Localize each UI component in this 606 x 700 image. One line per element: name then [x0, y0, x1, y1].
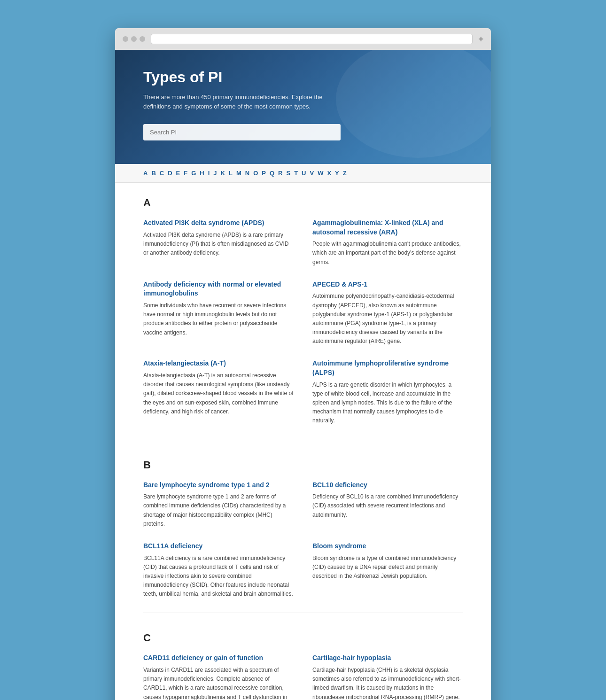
entry-title[interactable]: Antibody deficiency with normal or eleva… — [143, 280, 294, 298]
entry-title[interactable]: Agammaglobulinemia: X-linked (XLA) and a… — [312, 218, 463, 237]
alpha-link-d[interactable]: D — [168, 170, 172, 177]
list-item: Ataxia-telangiectasia (A-T)Ataxia-telang… — [143, 359, 294, 425]
section-letter: A — [143, 197, 463, 209]
alpha-link-a[interactable]: A — [143, 170, 148, 177]
alpha-link-f[interactable]: F — [184, 170, 187, 177]
alpha-link-v[interactable]: V — [310, 170, 314, 177]
list-item: APECED & APS-1Autoimmune polyendocrinopa… — [312, 280, 463, 346]
list-item: Agammaglobulinemia: X-linked (XLA) and a… — [312, 218, 463, 267]
entry-description: Bare lymphocyte syndrome type 1 and 2 ar… — [143, 492, 294, 529]
alpha-link-i[interactable]: I — [208, 170, 210, 177]
dot-yellow — [131, 36, 137, 42]
alpha-link-u[interactable]: U — [302, 170, 306, 177]
alpha-link-h[interactable]: H — [200, 170, 204, 177]
section-b: BBare lymphocyte syndrome type 1 and 2Ba… — [143, 459, 463, 614]
hero-title: Types of PI — [143, 69, 463, 86]
section-c: CCARD11 deficiency or gain of functionVa… — [143, 632, 463, 700]
alpha-link-l[interactable]: L — [229, 170, 233, 177]
browser-window: + Types of PI There are more than 450 pr… — [115, 28, 491, 700]
alpha-link-y[interactable]: Y — [335, 170, 339, 177]
dot-green — [140, 36, 145, 42]
alpha-link-n[interactable]: N — [245, 170, 249, 177]
list-item: Autoimmune lymphoproliferative syndrome … — [312, 359, 463, 425]
alpha-link-g[interactable]: G — [191, 170, 196, 177]
entries-grid: Activated PI3K delta syndrome (APDS)Acti… — [143, 218, 463, 426]
entry-title[interactable]: Autoimmune lymphoproliferative syndrome … — [312, 359, 463, 377]
entry-title[interactable]: CARD11 deficiency or gain of function — [143, 653, 294, 663]
alpha-link-o[interactable]: O — [253, 170, 258, 177]
entries-grid: Bare lymphocyte syndrome type 1 and 2Bar… — [143, 481, 463, 599]
alpha-link-c[interactable]: C — [160, 170, 164, 177]
entry-description: Ataxia-telangiectasia (A-T) is an autoso… — [143, 371, 294, 416]
alpha-link-k[interactable]: K — [221, 170, 225, 177]
entry-title[interactable]: Cartilage-hair hypoplasia — [312, 653, 463, 663]
list-item: Antibody deficiency with normal or eleva… — [143, 280, 294, 346]
entry-description: Cartilage-hair hypoplasia (CHH) is a ske… — [312, 666, 463, 700]
alpha-link-s[interactable]: S — [286, 170, 290, 177]
entry-title[interactable]: Activated PI3K delta syndrome (APDS) — [143, 218, 294, 228]
list-item: CARD11 deficiency or gain of functionVar… — [143, 653, 294, 700]
browser-url-bar[interactable] — [151, 34, 473, 44]
list-item: Bloom syndromeBloom syndrome is a type o… — [312, 542, 463, 599]
browser-content: Types of PI There are more than 450 prim… — [115, 50, 491, 700]
list-item: BCL10 deficiencyDeficiency of BCL10 is a… — [312, 481, 463, 529]
entry-title[interactable]: APECED & APS-1 — [312, 280, 463, 289]
alpha-link-b[interactable]: B — [151, 170, 155, 177]
alpha-link-e[interactable]: E — [176, 170, 180, 177]
entry-title[interactable]: Bare lymphocyte syndrome type 1 and 2 — [143, 481, 294, 490]
browser-new-tab-button[interactable]: + — [478, 34, 483, 44]
entry-title[interactable]: BCL10 deficiency — [312, 481, 463, 490]
entry-description: ALPS is a rare genetic disorder in which… — [312, 381, 463, 426]
alpha-link-x[interactable]: X — [327, 170, 331, 177]
entries-grid: CARD11 deficiency or gain of functionVar… — [143, 653, 463, 700]
alpha-link-z[interactable]: Z — [343, 170, 347, 177]
entry-description: Activated PI3K delta syndrome (APDS) is … — [143, 231, 294, 258]
alpha-link-q[interactable]: Q — [270, 170, 274, 177]
section-letter: B — [143, 459, 463, 471]
alphabet-nav: ABCDEFGHIJKLMNOPQRSTUVWXYZ — [115, 164, 491, 183]
entry-description: Bloom syndrome is a type of combined imm… — [312, 554, 463, 581]
hero-subtitle: There are more than 450 primary immunode… — [143, 93, 341, 111]
entry-description: Variants in CARD11 are associated with a… — [143, 666, 294, 700]
alpha-link-m[interactable]: M — [236, 170, 241, 177]
alpha-link-j[interactable]: J — [213, 170, 217, 177]
section-a: AActivated PI3K delta syndrome (APDS)Act… — [143, 197, 463, 440]
entry-description: Some individuals who have recurrent or s… — [143, 301, 294, 337]
list-item: Bare lymphocyte syndrome type 1 and 2Bar… — [143, 481, 294, 529]
hero-section: Types of PI There are more than 450 prim… — [115, 50, 491, 164]
search-input[interactable] — [143, 124, 341, 140]
entry-title[interactable]: Ataxia-telangiectasia (A-T) — [143, 359, 294, 368]
entry-title[interactable]: BCL11A deficiency — [143, 542, 294, 551]
list-item: Activated PI3K delta syndrome (APDS)Acti… — [143, 218, 294, 267]
browser-dots — [123, 36, 145, 42]
entry-description: BCL11A deficiency is a rare combined imm… — [143, 554, 294, 599]
alpha-link-w[interactable]: W — [318, 170, 323, 177]
search-wrapper — [143, 124, 341, 140]
entry-description: Deficiency of BCL10 is a rare combined i… — [312, 492, 463, 520]
list-item: Cartilage-hair hypoplasiaCartilage-hair … — [312, 653, 463, 700]
browser-chrome: + — [115, 28, 491, 50]
alpha-link-r[interactable]: R — [278, 170, 282, 177]
section-letter: C — [143, 632, 463, 644]
dot-red — [123, 36, 128, 42]
entry-description: People with agammaglobulinemia can't pro… — [312, 240, 463, 267]
list-item: BCL11A deficiencyBCL11A deficiency is a … — [143, 542, 294, 599]
main-content: AActivated PI3K delta syndrome (APDS)Act… — [115, 183, 491, 700]
entry-description: Autoimmune polyendocrinopathy-candidiasi… — [312, 292, 463, 346]
entry-title[interactable]: Bloom syndrome — [312, 542, 463, 551]
alpha-link-t[interactable]: T — [294, 170, 298, 177]
alpha-link-p[interactable]: P — [262, 170, 266, 177]
